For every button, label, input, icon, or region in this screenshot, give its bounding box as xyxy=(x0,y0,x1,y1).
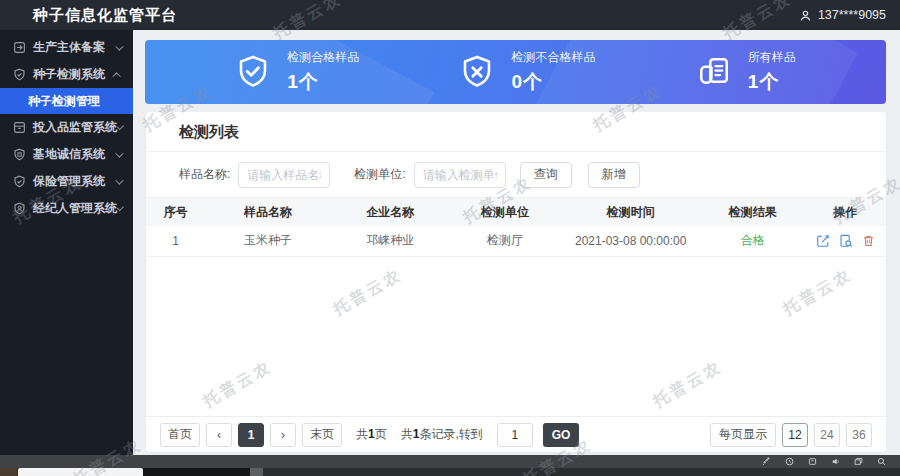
stat-value: 1个 xyxy=(748,69,796,95)
col-sample-name: 样品名称 xyxy=(205,198,331,226)
chevron-down-icon xyxy=(115,176,123,184)
view-doc-icon[interactable] xyxy=(839,234,853,248)
taskbar-block-brown xyxy=(0,468,17,476)
user-icon xyxy=(799,9,812,22)
stats-banner: 检测合格样品 1个 检测不合格样品 0个 xyxy=(145,40,886,104)
paperclip-doc-icon xyxy=(696,54,732,90)
document-export-icon xyxy=(13,41,26,54)
add-button[interactable]: 新增 xyxy=(588,162,640,188)
current-page-button[interactable]: 1 xyxy=(238,423,264,447)
filter-bar: 样品名称: 检测单位: 查询 新增 xyxy=(146,152,886,198)
page-size-12[interactable]: 12 xyxy=(782,423,808,447)
cell-unit: 检测厅 xyxy=(449,226,560,256)
col-company-name: 企业名称 xyxy=(331,198,449,226)
archive-box-icon xyxy=(13,121,26,134)
shield-check-icon xyxy=(13,175,26,188)
detection-unit-input[interactable] xyxy=(414,162,506,188)
col-detection-unit: 检测单位 xyxy=(449,198,560,226)
page-title: 种子信息化监管平台 xyxy=(33,6,177,25)
page-size-24[interactable]: 24 xyxy=(814,423,840,447)
rocket-icon[interactable] xyxy=(762,457,771,466)
stat-label: 所有样品 xyxy=(748,49,796,66)
per-page-label: 每页显示 xyxy=(710,423,776,447)
goto-page-input[interactable] xyxy=(497,423,533,447)
chevron-down-icon xyxy=(117,204,124,211)
go-button[interactable]: GO xyxy=(543,423,580,447)
sidebar-item-input-supervision[interactable]: 投入品监管系统 xyxy=(0,114,133,141)
next-page-button[interactable]: › xyxy=(270,423,296,447)
sidebar-item-label: 投入品监管系统 xyxy=(33,119,117,136)
search-button[interactable]: 查询 xyxy=(520,162,572,188)
delete-icon[interactable] xyxy=(862,234,875,248)
sidebar-item-broker-management[interactable]: 经纪人管理系统 xyxy=(0,195,133,222)
cell-sample: 玉米种子 xyxy=(205,226,331,256)
taskbar-block-dark xyxy=(143,468,250,476)
sidebar: 生产主体备案 种子检测系统 种子检测管理 投入品监管系统 基地诚信系统 xyxy=(0,30,133,455)
sidebar-item-label: 经纪人管理系统 xyxy=(33,200,117,217)
history-clock-icon[interactable] xyxy=(785,457,794,466)
stat-value: 0个 xyxy=(511,69,595,95)
chevron-down-icon xyxy=(117,123,124,130)
detection-list-panel: 检测列表 样品名称: 检测单位: 查询 新增 xyxy=(146,112,886,452)
shield-x-icon xyxy=(459,54,495,90)
stat-failed-samples: 检测不合格样品 0个 xyxy=(459,49,595,95)
shield-check-icon xyxy=(235,54,271,90)
chevron-down-icon xyxy=(115,149,123,157)
total-pages-text: 共1页 xyxy=(356,426,387,443)
sidebar-item-label: 基地诚信系统 xyxy=(33,146,115,163)
windows-icon[interactable] xyxy=(854,457,863,466)
stat-label: 检测不合格样品 xyxy=(511,49,595,66)
sidebar-item-label: 生产主体备案 xyxy=(33,39,115,56)
col-no: 序号 xyxy=(146,198,205,226)
shield-square-icon xyxy=(13,148,26,161)
stat-all-samples: 所有样品 1个 xyxy=(696,49,796,95)
cell-company: 邛崃种业 xyxy=(331,226,449,256)
main-content: 检测合格样品 1个 检测不合格样品 0个 xyxy=(133,30,900,455)
sample-name-input[interactable] xyxy=(238,162,330,188)
table-empty-space xyxy=(146,257,886,417)
bottom-strip xyxy=(0,468,900,476)
total-records-text: 共1条记录,转到 xyxy=(401,426,483,443)
sidebar-item-insurance-management[interactable]: 保险管理系统 xyxy=(0,168,133,195)
first-page-button[interactable]: 首页 xyxy=(160,423,200,447)
sidebar-subitem-label: 种子检测管理 xyxy=(28,93,100,110)
sidebar-item-label: 种子检测系统 xyxy=(33,66,115,83)
cell-time: 2021-03-08 00:00:00 xyxy=(560,226,701,256)
detection-unit-label: 检测单位: xyxy=(354,166,405,183)
sidebar-item-seed-testing-system[interactable]: 种子检测系统 xyxy=(0,61,133,88)
user-account[interactable]: 137****9095 xyxy=(799,8,886,22)
archive-icon[interactable] xyxy=(808,457,817,466)
sidebar-item-producer-registry[interactable]: 生产主体备案 xyxy=(0,34,133,61)
taskbar-window-edge xyxy=(18,468,143,476)
detection-table: 序号 样品名称 企业名称 检测单位 检测时间 检测结果 操作 1 玉米种子 xyxy=(146,198,886,257)
col-detection-time: 检测时间 xyxy=(560,198,701,226)
cell-result: 合格 xyxy=(701,226,805,256)
row-actions xyxy=(805,234,886,248)
bottom-toolbar xyxy=(0,455,900,468)
last-page-button[interactable]: 末页 xyxy=(302,423,342,447)
shield-person-icon xyxy=(13,202,26,215)
top-header: 种子信息化监管平台 137****9095 xyxy=(0,0,900,30)
pagination-bar: 首页 ‹ 1 › 末页 共1页 共1条记录,转到 GO 每页显示 12 24 3… xyxy=(146,416,886,452)
stat-passed-samples: 检测合格样品 1个 xyxy=(235,49,359,95)
page-size-group: 每页显示 12 24 36 xyxy=(710,423,872,447)
search-icon[interactable] xyxy=(877,457,886,466)
prev-page-button[interactable]: ‹ xyxy=(206,423,232,447)
table-row: 1 玉米种子 邛崃种业 检测厅 2021-03-08 00:00:00 合格 xyxy=(146,226,886,256)
sample-name-label: 样品名称: xyxy=(179,166,230,183)
stat-value: 1个 xyxy=(287,69,359,95)
col-detection-result: 检测结果 xyxy=(701,198,805,226)
page-size-36[interactable]: 36 xyxy=(846,423,872,447)
sidebar-subitem-seed-testing-management[interactable]: 种子检测管理 xyxy=(0,88,133,114)
user-phone: 137****9095 xyxy=(818,8,886,22)
cell-no: 1 xyxy=(146,226,205,256)
panel-title: 检测列表 xyxy=(146,112,886,152)
app-root: 种子信息化监管平台 137****9095 生产主体备案 种子检测系统 种子检 xyxy=(0,0,900,476)
taskbar-block-gray xyxy=(250,468,263,476)
edit-icon[interactable] xyxy=(816,234,830,248)
chevron-down-icon xyxy=(115,42,123,50)
sidebar-item-base-integrity[interactable]: 基地诚信系统 xyxy=(0,141,133,168)
volume-icon[interactable] xyxy=(831,457,840,466)
table-header-row: 序号 样品名称 企业名称 检测单位 检测时间 检测结果 操作 xyxy=(146,198,886,226)
shield-icon xyxy=(13,68,26,81)
